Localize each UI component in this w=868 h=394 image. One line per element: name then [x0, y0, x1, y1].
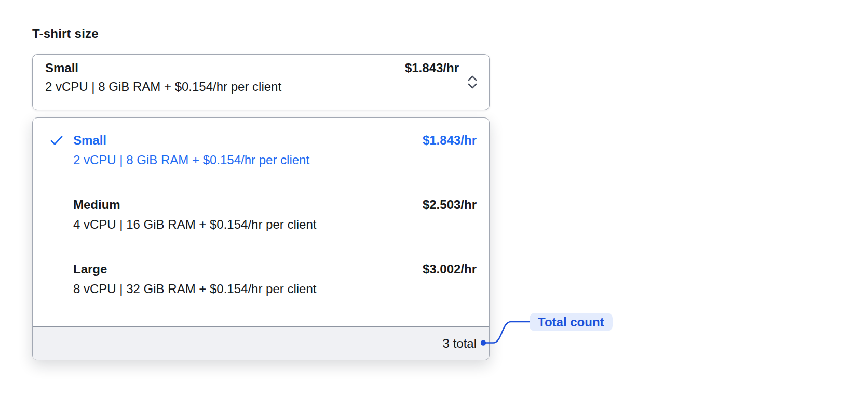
tshirt-size-label: T-shirt size	[32, 26, 99, 42]
option-small[interactable]: Small 2 vCPU | 8 GiB RAM + $0.154/hr per…	[33, 118, 489, 182]
size-select-trigger[interactable]: Small 2 vCPU | 8 GiB RAM + $0.154/hr per…	[32, 54, 490, 110]
option-name: Small	[73, 132, 414, 149]
option-name: Medium	[73, 196, 414, 213]
trigger-text: Small 2 vCPU | 8 GiB RAM + $0.154/hr per…	[45, 60, 397, 95]
option-medium[interactable]: Medium 4 vCPU | 16 GiB RAM + $0.154/hr p…	[33, 182, 489, 247]
option-description: 8 vCPU | 32 GiB RAM + $0.154/hr per clie…	[73, 281, 414, 297]
trigger-selected-name: Small	[45, 60, 397, 76]
size-select-dropdown: Small 2 vCPU | 8 GiB RAM + $0.154/hr per…	[32, 117, 490, 360]
trigger-selected-price: $1.843/hr	[405, 60, 459, 76]
option-price: $3.002/hr	[423, 261, 477, 278]
trigger-selected-description: 2 vCPU | 8 GiB RAM + $0.154/hr per clien…	[45, 78, 397, 95]
option-price: $2.503/hr	[423, 196, 477, 213]
total-count-text: 3 total	[443, 336, 477, 351]
check-placeholder	[49, 196, 64, 213]
options-list: Small 2 vCPU | 8 GiB RAM + $0.154/hr per…	[33, 118, 489, 326]
dropdown-footer: 3 total	[33, 326, 489, 360]
option-description: 4 vCPU | 16 GiB RAM + $0.154/hr per clie…	[73, 216, 414, 233]
option-description: 2 vCPU | 8 GiB RAM + $0.154/hr per clien…	[73, 152, 414, 168]
check-icon	[49, 132, 64, 149]
option-name: Large	[73, 261, 414, 278]
option-large[interactable]: Large 8 vCPU | 32 GiB RAM + $0.154/hr pe…	[33, 247, 489, 311]
annotation-label: Total count	[530, 313, 613, 331]
chevron-up-down-icon	[466, 74, 479, 90]
check-placeholder	[49, 261, 64, 278]
option-price: $1.843/hr	[423, 132, 477, 149]
